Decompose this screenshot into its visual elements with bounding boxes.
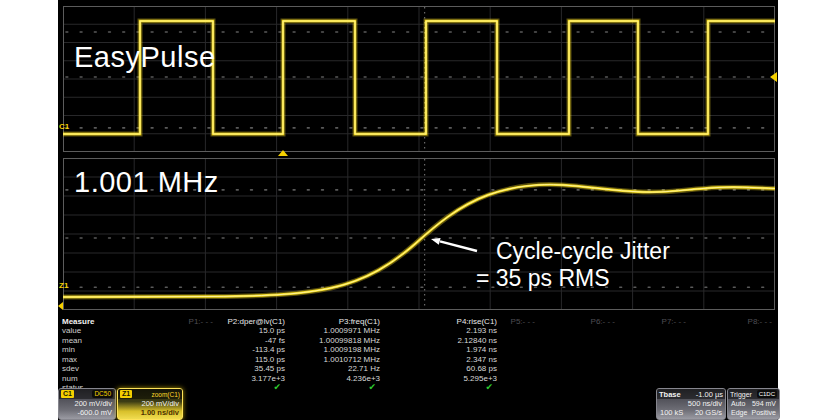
measure-col-header-p8[interactable]: P8:- - - xyxy=(748,317,772,326)
z1-horizontal-scale: 1.00 ns/div xyxy=(121,408,179,417)
measure-value: -113.4 ps xyxy=(252,345,285,354)
z1-channel-badge: Z1 xyxy=(120,390,132,398)
measure-col-header-p2[interactable]: P2:dper@lv(C1) xyxy=(228,317,285,326)
measure-value: 1.0009198 MHz xyxy=(324,345,380,354)
measure-value: 1.00099818 MHz xyxy=(319,336,380,345)
trigger-type: Edge xyxy=(731,408,747,417)
measure-value: 22.71 Hz xyxy=(348,364,380,373)
measure-status-check: ✔ xyxy=(368,383,376,392)
measure-col-header-p5[interactable]: P5:- - - xyxy=(511,317,535,326)
measure-col-header-p7[interactable]: P7:- - - xyxy=(662,317,686,326)
trigger-source-badge: C1DC xyxy=(757,390,777,398)
measure-col-header-p4[interactable]: P4:rise(C1) xyxy=(457,317,497,326)
measure-value: 115.0 ps xyxy=(255,355,285,364)
measure-status-check: ✔ xyxy=(273,383,281,392)
timebase-box[interactable]: Tbase -1.00 µs 500 ns/div 100 kS 20 GS/s xyxy=(656,388,726,420)
c1-vertical-scale: 200 mV/div xyxy=(62,399,112,408)
measure-col-header-p3[interactable]: P3:freq(C1) xyxy=(339,317,380,326)
measure-value: 35.45 ps xyxy=(254,364,285,373)
measure-value: -47 fs xyxy=(265,336,285,345)
measure-row-label-mean: mean xyxy=(62,336,82,345)
trigger-mode: Auto xyxy=(731,399,745,408)
measure-value: 1.0009971 MHz xyxy=(324,326,380,335)
trigger-level: 594 mV xyxy=(752,399,776,408)
measure-value: 1.0010712 MHz xyxy=(324,355,380,364)
c1-coupling-badge: DC50 xyxy=(92,390,113,398)
measure-row-label-value: value xyxy=(62,326,81,335)
measure-row-label-sdev: sdev xyxy=(62,364,79,373)
measure-value: 1.974 ns xyxy=(466,345,497,354)
measure-table: MeasurevaluemeanminmaxsdevnumstatusP1:- … xyxy=(0,0,840,420)
measure-value: 2.12840 ns xyxy=(457,336,497,345)
z1-source: zoom(C1) xyxy=(151,390,180,399)
measure-col-header-p1[interactable]: P1:- - - xyxy=(189,317,213,326)
screenshot-canvas: EasyPulse C1 1.001 MHz Cycle-cycle Jitte… xyxy=(0,0,840,420)
measure-value: 2.347 ns xyxy=(466,355,497,364)
measure-status-check: ✔ xyxy=(485,383,493,392)
timebase-delay: -1.00 µs xyxy=(696,390,723,399)
trigger-label: Trigger xyxy=(730,390,752,399)
timebase-label: Tbase xyxy=(659,390,681,399)
z1-descriptor-box[interactable]: Z1 zoom(C1) 200 mV/div 1.00 ns/div xyxy=(117,388,183,420)
timebase-samples: 100 kS xyxy=(660,408,683,417)
timebase-scale: 500 ns/div xyxy=(660,399,722,408)
trigger-slope: Positive xyxy=(751,408,776,417)
measure-row-label-num: num xyxy=(62,374,78,383)
measure-row-label-max: max xyxy=(62,355,77,364)
measure-row-label-measure: Measure xyxy=(62,317,94,326)
measure-value: 60.68 ps xyxy=(466,364,497,373)
trigger-box[interactable]: Trigger C1DC Auto 594 mV Edge Positive xyxy=(727,388,780,420)
c1-channel-badge: C1 xyxy=(61,390,74,398)
timebase-sample-rate: 20 GS/s xyxy=(695,408,722,417)
measure-row-label-min: min xyxy=(62,345,75,354)
measure-col-header-p6[interactable]: P6:- - - xyxy=(591,317,615,326)
z1-vertical-scale: 200 mV/div xyxy=(121,399,179,408)
c1-offset: -600.0 mV xyxy=(62,408,112,417)
measure-value: 2.193 ns xyxy=(466,326,497,335)
c1-descriptor-box[interactable]: C1 DC50 200 mV/div -600.0 mV xyxy=(58,388,116,420)
measure-value: 15.0 ps xyxy=(259,326,285,335)
